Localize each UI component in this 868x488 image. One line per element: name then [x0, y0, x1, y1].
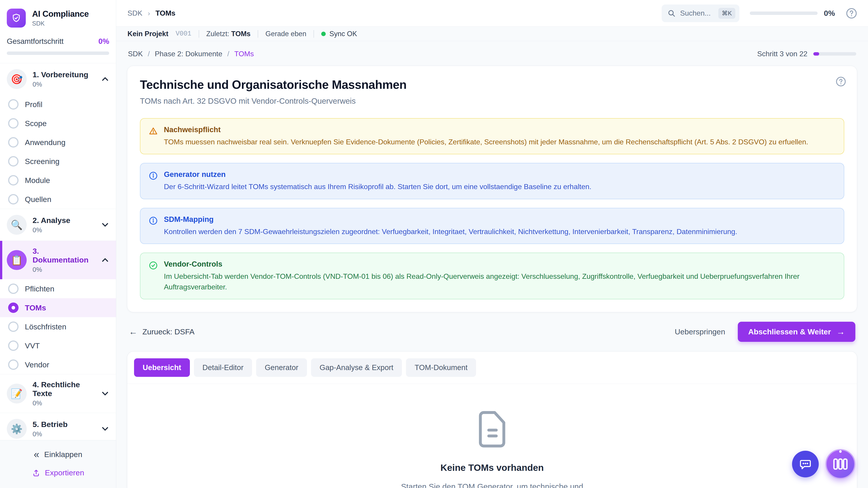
alert-title: Generator nutzen	[164, 170, 591, 179]
sidebar-phase-analyse[interactable]: 🔍 2. Analyse 0%	[0, 209, 116, 240]
phase-progress: 0%	[33, 266, 97, 273]
clipboard-icon: 📋	[7, 250, 27, 270]
alert-title: Vendor-Controls	[164, 260, 836, 268]
empty-state-title: Keine TOMs vorhanden	[440, 462, 544, 473]
sidebar-phase-dokumentation[interactable]: 📋 3. Dokumentation 0%	[0, 240, 116, 279]
page-title: Technische und Organisatorische Massnahm…	[140, 78, 844, 92]
board-view-button[interactable]	[826, 449, 855, 479]
keyboard-shortcut-badge: ⌘K	[718, 8, 735, 19]
sidebar-item-label: TOMs	[25, 303, 46, 312]
radio-icon	[8, 99, 19, 109]
breadcrumb-phase2[interactable]: Phase 2: Dokumente	[155, 50, 222, 58]
empty-state-description: Starten Sie den TOM Generator, um techni…	[396, 480, 588, 488]
sidebar-item-module[interactable]: Module	[0, 171, 116, 190]
sidebar-item-label: Quellen	[25, 195, 51, 204]
sidebar-item-vendor[interactable]: Vendor	[0, 355, 116, 374]
help-icon[interactable]	[845, 7, 858, 20]
tab-uebersicht[interactable]: Uebersicht	[134, 358, 190, 377]
search-input[interactable]: Suchen... ⌘K	[662, 4, 739, 22]
sidebar-item-screening[interactable]: Screening	[0, 152, 116, 171]
radio-icon	[8, 156, 19, 166]
collapse-sidebar-button[interactable]: « Einklappen	[34, 449, 82, 459]
chevron-up-icon	[102, 77, 108, 84]
sidebar-phase-vorbereitung[interactable]: 🎯 1. Vorbereitung 0%	[0, 63, 116, 95]
alert-sdm-mapping: SDM-Mapping Kontrollen werden den 7 SDM-…	[140, 208, 844, 244]
sidebar-item-label: Löschfristen	[25, 322, 66, 331]
tab-bar: Uebersicht Detail-Editor Generator Gap-A…	[127, 352, 857, 384]
radio-icon	[8, 137, 19, 148]
sidebar-phase-rechtliche-texte[interactable]: 📝 4. Rechtliche Texte 0%	[0, 374, 116, 413]
tab-tom-dokument[interactable]: TOM-Dokument	[406, 358, 476, 377]
tab-detail-editor[interactable]: Detail-Editor	[194, 358, 252, 377]
floating-buttons	[792, 449, 855, 479]
export-button[interactable]: Exportieren	[32, 468, 84, 477]
overall-progress-label: Gesamtfortschritt	[7, 37, 64, 46]
phase-title: 5. Betrieb	[33, 420, 97, 429]
sidebar-item-pflichten[interactable]: Pflichten	[0, 279, 116, 298]
sidebar-phase-betrieb[interactable]: ⚙️ 5. Betrieb 0%	[0, 413, 116, 440]
back-label: Zurueck: DSFA	[143, 327, 195, 336]
step-label: Schritt 3 von 22	[757, 50, 807, 58]
sidebar-item-vvt[interactable]: VVT	[0, 336, 116, 355]
tab-gap-analyse-export[interactable]: Gap-Analyse & Export	[311, 358, 402, 377]
overall-progress: Gesamtfortschritt 0%	[0, 34, 116, 63]
sidebar-nav: 🎯 1. Vorbereitung 0% Profil Scope Anwend…	[0, 63, 116, 440]
radio-icon	[8, 322, 19, 332]
page-content: SDK / Phase 2: Dokumente / TOMs Schritt …	[116, 41, 868, 488]
alert-body: Kontrollen werden den 7 SDM-Gewaehrleist…	[164, 226, 737, 237]
radio-icon	[8, 359, 19, 370]
breadcrumb-separator: /	[227, 50, 229, 58]
alert-title: SDM-Mapping	[164, 215, 737, 224]
page-breadcrumb: SDK / Phase 2: Dokumente / TOMs	[128, 50, 254, 58]
overall-progress-value: 0%	[98, 37, 109, 46]
radio-icon	[8, 340, 19, 351]
chat-button[interactable]	[792, 451, 819, 477]
chevron-down-icon	[102, 424, 108, 431]
wizard-actions: ← Zurueck: DSFA Ueberspringen Abschliess…	[129, 322, 855, 342]
breadcrumb-root[interactable]: SDK	[127, 9, 143, 18]
radio-selected-icon	[8, 302, 19, 313]
step-progress-bar	[813, 52, 856, 56]
sync-status: Sync OK	[321, 30, 357, 38]
back-button[interactable]: ← Zurueck: DSFA	[129, 327, 195, 336]
sidebar-item-anwendung[interactable]: Anwendung	[0, 133, 116, 152]
page-subtitle: TOMs nach Art. 32 DSGVO mit Vendor-Contr…	[140, 96, 844, 105]
chevron-down-icon	[102, 389, 108, 396]
arrow-right-icon: →	[836, 327, 845, 336]
main-area: SDK › TOMs Suchen... ⌘K 0% Kein Projekt …	[116, 0, 868, 488]
topbar-progress-bar	[750, 11, 817, 15]
sidebar-item-scope[interactable]: Scope	[0, 114, 116, 133]
sidebar-item-label: Vendor	[25, 360, 49, 369]
target-icon: 🎯	[7, 69, 27, 89]
alert-body: Im Uebersicht-Tab werden Vendor-TOM-Cont…	[164, 271, 836, 292]
app-logo: AI Compliance SDK	[0, 0, 116, 34]
phase-title: 3. Dokumentation	[33, 247, 97, 264]
check-circle-icon	[149, 261, 158, 270]
help-circle-icon[interactable]	[835, 76, 846, 87]
skip-button[interactable]: Ueberspringen	[675, 327, 725, 336]
phase-progress: 0%	[33, 226, 97, 234]
sidebar-item-quellen[interactable]: Quellen	[0, 190, 116, 209]
divider	[258, 30, 258, 38]
sidebar-item-loeschfristen[interactable]: Löschfristen	[0, 317, 116, 336]
radio-icon	[8, 175, 19, 186]
export-label: Exportieren	[45, 468, 84, 477]
breadcrumb-sdk[interactable]: SDK	[128, 50, 143, 58]
tab-generator[interactable]: Generator	[256, 358, 307, 377]
sidebar-item-profil[interactable]: Profil	[0, 95, 116, 114]
breadcrumb-separator: /	[148, 50, 150, 58]
complete-next-button[interactable]: Abschliessen & Weiter →	[738, 322, 855, 342]
alert-generator-nutzen: Generator nutzen Der 6-Schritt-Wizard le…	[140, 163, 844, 199]
sidebar-item-label: Scope	[25, 119, 46, 128]
radio-icon	[8, 284, 19, 294]
alert-title: Nachweispflicht	[164, 125, 808, 134]
magnifier-icon: 🔍	[7, 215, 27, 235]
chat-bubble-icon	[799, 457, 812, 470]
gear-icon: ⚙️	[7, 419, 27, 439]
sidebar-item-label: Screening	[25, 157, 59, 166]
sidebar-item-toms[interactable]: TOMs	[0, 298, 116, 317]
phase-progress: 0%	[33, 399, 97, 407]
document-icon	[475, 409, 509, 449]
phase-progress: 0%	[33, 430, 97, 438]
sidebar-item-label: VVT	[25, 341, 40, 350]
